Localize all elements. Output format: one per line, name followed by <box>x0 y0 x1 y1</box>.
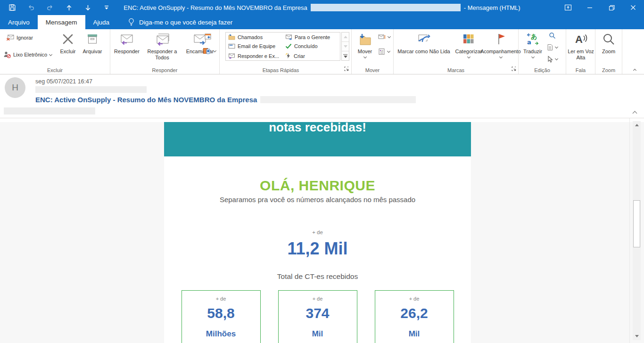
select-icon <box>547 56 553 63</box>
tab-mensagem-label: Mensagem <box>46 19 77 26</box>
tell-me-box[interactable]: Diga-me o que você deseja fazer <box>121 15 239 29</box>
quick-step-para-o-gerente[interactable]: Para o Gerente <box>285 34 330 40</box>
follow-up-label: Acompanhamento <box>480 49 520 55</box>
quick-steps-scroll-up-icon[interactable] <box>342 33 349 42</box>
stat-box-mil-2: + de 26,2 Mil <box>375 290 454 343</box>
quick-step-criar[interactable]: Criar <box>285 53 305 59</box>
related-icon <box>547 44 553 51</box>
read-aloud-button[interactable]: A Ler em Voz Alta <box>567 31 594 61</box>
onenote-button[interactable] <box>378 48 390 55</box>
im-button[interactable] <box>203 47 216 55</box>
im-dropdown-icon <box>213 49 216 52</box>
im-icon <box>203 47 211 55</box>
move-button[interactable]: Mover <box>353 31 377 58</box>
rules-icon <box>378 34 386 40</box>
stat-prefix: + de <box>182 296 260 302</box>
junk-button[interactable]: Lixo Eletrônico <box>3 51 52 58</box>
move-dropdown-icon <box>363 55 366 58</box>
group-label-excluir: Excluir <box>0 67 110 73</box>
reading-pane-divider <box>629 118 630 343</box>
redo-icon[interactable] <box>41 0 59 15</box>
restore-icon[interactable] <box>601 0 622 15</box>
rules-button[interactable] <box>378 34 390 40</box>
quick-step-responder-excluir[interactable]: Responder e Ex... <box>228 53 279 59</box>
move-icon <box>358 31 372 48</box>
follow-up-flag-icon <box>495 31 506 48</box>
collapse-ribbon-icon[interactable] <box>634 65 636 74</box>
stat-value: 58,8 <box>182 305 260 322</box>
reply-icon <box>119 31 134 48</box>
scrollbar-up-icon[interactable] <box>633 121 641 129</box>
tab-ajuda[interactable]: Ajuda <box>85 15 118 29</box>
quick-step-chamados[interactable]: Chamados <box>228 34 263 40</box>
stat-prefix: + de <box>279 296 357 302</box>
svg-text:あ: あ <box>531 33 537 40</box>
done-check-icon <box>285 43 292 49</box>
ignore-button[interactable]: Ignorar <box>6 34 33 41</box>
rules-dropdown-icon <box>388 35 391 38</box>
quick-step-concluido[interactable]: Concluído <box>285 43 318 49</box>
close-icon[interactable] <box>622 0 644 15</box>
move-label: Mover <box>358 49 372 55</box>
search-button[interactable] <box>549 32 556 39</box>
reply-delete-icon <box>228 53 235 59</box>
delete-button[interactable]: Excluir <box>58 31 78 55</box>
avatar[interactable]: H <box>5 77 25 98</box>
ribbon-group-mover: Mover Mover <box>352 29 394 74</box>
move-down-icon[interactable] <box>78 0 97 15</box>
stat-prefix: + de <box>375 296 454 302</box>
archive-button[interactable]: Arquivar <box>78 31 107 55</box>
stat-unit: Milhões <box>182 329 260 339</box>
read-aloud-label: Ler em Voz Alta <box>567 49 594 61</box>
translate-icon: あ a <box>526 31 539 48</box>
mark-unread-button[interactable]: Marcar como Não Lida <box>396 31 452 55</box>
stats-row: + de 58,8 Milhões + de 374 Mil + de 26,2… <box>164 290 471 343</box>
subject-row: ENC: Active OnSupply - Resumo do Mês NOV… <box>35 96 416 104</box>
zoom-button[interactable]: Zoom <box>596 31 621 55</box>
minimize-icon[interactable] <box>579 0 601 15</box>
related-button[interactable] <box>547 44 558 51</box>
ribbon-group-marcas: Marcar como Não Lida Categorizar <box>394 29 519 74</box>
tab-mensagem[interactable]: Mensagem <box>38 15 85 29</box>
follow-up-button[interactable]: Acompanhamento <box>483 31 518 58</box>
move-up-icon[interactable] <box>59 0 78 15</box>
quick-step-criar-label: Criar <box>294 53 305 59</box>
select-button[interactable] <box>547 56 558 63</box>
kpi-caption: Total de CT-es recebidos <box>164 272 471 281</box>
svg-text:A: A <box>575 33 583 45</box>
zoom-icon <box>602 31 615 48</box>
quick-steps-dialog-launcher-icon[interactable] <box>344 66 350 72</box>
quick-steps-scroll-down-icon[interactable] <box>342 42 349 51</box>
quick-step-email-de-equipe[interactable]: Email de Equipe <box>228 43 275 49</box>
header-collapse-icon[interactable] <box>633 108 636 117</box>
ribbon-display-options-icon[interactable] <box>557 0 579 15</box>
tab-arquivo-label: Arquivo <box>8 19 30 26</box>
quick-steps-more-icon[interactable] <box>342 51 349 60</box>
translate-dropdown-icon <box>531 55 534 58</box>
stat-value: 374 <box>279 305 357 322</box>
mark-unread-icon <box>416 31 431 48</box>
meeting-button[interactable] <box>204 33 212 41</box>
reply-all-button[interactable]: Responder a Todos <box>141 31 183 61</box>
email-body: notas recebidas! OLÁ, HENRIQUE Separamos… <box>164 122 471 343</box>
vertical-scrollbar[interactable] <box>633 121 641 340</box>
tab-arquivo[interactable]: Arquivo <box>0 15 38 29</box>
message-timestamp: seg 05/07/2021 16:47 <box>35 78 92 85</box>
translate-button[interactable]: あ a Traduzir <box>520 31 546 58</box>
ribbon-group-fala: A Ler em Voz Alta Fala <box>566 29 595 74</box>
quick-steps-box: Chamados Email de Equipe <box>225 32 340 61</box>
quick-step-responder-excluir-label: Responder e Ex... <box>238 53 279 59</box>
save-icon[interactable] <box>3 0 22 15</box>
create-new-icon <box>285 53 291 59</box>
redacted-subject-company <box>260 96 416 103</box>
scrollbar-down-icon[interactable] <box>633 332 641 340</box>
customize-quick-access-icon[interactable] <box>97 0 116 15</box>
reply-button[interactable]: Responder <box>111 31 142 55</box>
stat-box-milhoes: + de 58,8 Milhões <box>182 290 261 343</box>
folder-icon <box>228 34 235 40</box>
meeting-icon <box>204 33 212 41</box>
delete-label: Excluir <box>60 49 75 55</box>
scrollbar-thumb[interactable] <box>633 200 640 247</box>
undo-icon[interactable] <box>22 0 41 15</box>
categorize-button[interactable]: Categorizar <box>453 31 484 58</box>
